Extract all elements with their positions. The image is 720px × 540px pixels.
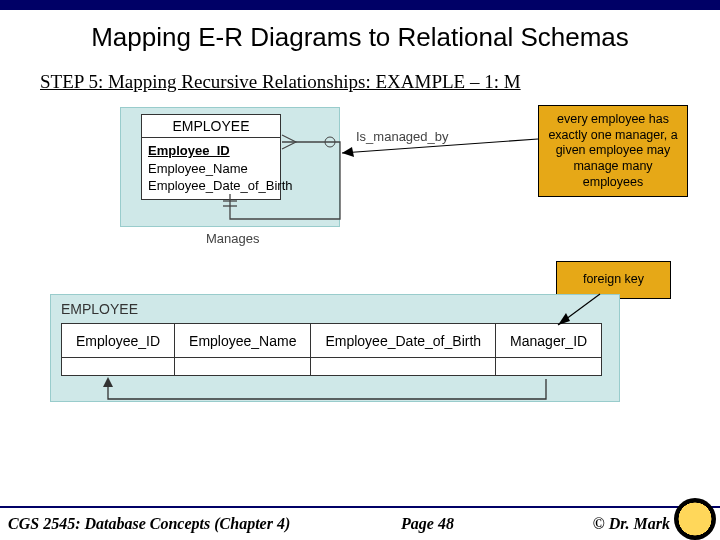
relationship-label-right: Is_managed_by xyxy=(356,129,449,144)
footer-course: CGS 2545: Database Concepts (Chapter 4) xyxy=(8,515,290,533)
col-header: Manager_ID xyxy=(496,324,602,358)
footer-author: © Dr. Mark xyxy=(593,515,670,533)
footer-bar: CGS 2545: Database Concepts (Chapter 4) … xyxy=(0,506,720,540)
ucf-logo-icon xyxy=(674,498,716,540)
diagram-area: EMPLOYEE Employee_ID Employee_Name Emplo… xyxy=(0,99,720,489)
col-header: Employee_Date_of_Birth xyxy=(311,324,496,358)
er-attr: Employee_Name xyxy=(148,160,274,178)
table-row xyxy=(62,358,602,376)
col-header: Employee_ID xyxy=(62,324,175,358)
er-diagram-panel: EMPLOYEE Employee_ID Employee_Name Emplo… xyxy=(120,107,340,227)
relation-name: EMPLOYEE xyxy=(61,301,138,317)
cell xyxy=(62,358,175,376)
cell xyxy=(496,358,602,376)
table-row: Employee_ID Employee_Name Employee_Date_… xyxy=(62,324,602,358)
relationship-label-bottom: Manages xyxy=(206,231,259,246)
svg-marker-4 xyxy=(342,147,354,157)
relation-table: Employee_ID Employee_Name Employee_Date_… xyxy=(61,323,602,376)
col-header: Employee_Name xyxy=(175,324,311,358)
er-entity-box: EMPLOYEE Employee_ID Employee_Name Emplo… xyxy=(141,114,281,200)
er-attribute-list: Employee_ID Employee_Name Employee_Date_… xyxy=(142,138,280,199)
cell xyxy=(311,358,496,376)
er-attr: Employee_Date_of_Birth xyxy=(148,177,274,195)
callout-foreign-key: foreign key xyxy=(556,261,671,299)
slide-title: Mapping E-R Diagrams to Relational Schem… xyxy=(0,22,720,53)
callout-cardinality: every employee has exactly one manager, … xyxy=(538,105,688,197)
cell xyxy=(175,358,311,376)
footer-page: Page 48 xyxy=(262,515,592,533)
step-heading: STEP 5: Mapping Recursive Relationships:… xyxy=(40,71,720,93)
er-attr-pk: Employee_ID xyxy=(148,142,274,160)
top-accent-bar xyxy=(0,0,720,10)
relational-schema-panel: EMPLOYEE Employee_ID Employee_Name Emplo… xyxy=(50,294,620,402)
er-entity-name: EMPLOYEE xyxy=(142,115,280,138)
